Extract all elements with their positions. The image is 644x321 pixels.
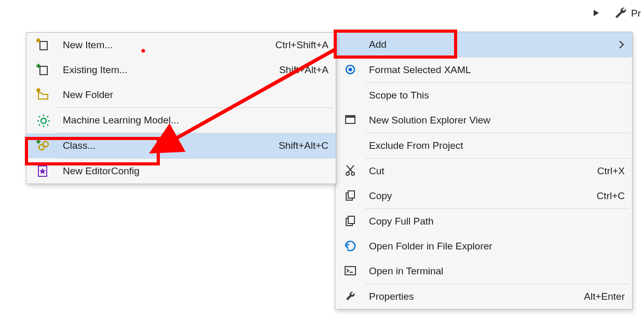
menu-item-open-folder[interactable]: Open Folder in File Explorer (335, 234, 632, 259)
menu-item-ml-model[interactable]: Machine Learning Model... (26, 108, 336, 133)
menu-item-shortcut: Ctrl+X (597, 165, 625, 177)
menu-item-label: Open in Terminal (369, 266, 625, 277)
toolbar-fragment-text: Pr (631, 8, 641, 19)
tri-right-icon (594, 10, 601, 17)
menu-item-label: Class... (63, 140, 263, 151)
menu-item-open-term[interactable]: Open in Terminal (335, 259, 632, 284)
menu-item-copy[interactable]: CopyCtrl+C (335, 184, 632, 208)
menu-item-existing-item[interactable]: Existing Item...Shift+Alt+A (26, 58, 336, 82)
copy-path-icon (342, 213, 359, 230)
menu-item-add[interactable]: Add (335, 32, 632, 57)
menu-item-label: Copy (369, 190, 581, 202)
blank-icon (342, 36, 359, 53)
context-menu-add-submenu: New Item...Ctrl+Shift+AExisting Item...S… (26, 32, 336, 184)
wrench-icon (614, 7, 628, 20)
menu-item-new-view[interactable]: New Solution Explorer View (335, 108, 632, 133)
menu-item-new-folder[interactable]: New Folder (26, 82, 336, 107)
menu-item-label: Machine Learning Model... (63, 115, 328, 126)
open-arrow-icon (342, 238, 359, 255)
new-folder-icon (35, 87, 51, 103)
blank-icon (342, 137, 359, 154)
wrench-icon (342, 288, 359, 305)
terminal-icon (342, 263, 359, 280)
menu-item-label: Scope to This (369, 90, 625, 101)
window-icon (342, 112, 359, 129)
target-icon (342, 62, 359, 78)
menu-item-label: Cut (369, 165, 582, 177)
copy-icon (342, 188, 359, 204)
menu-item-label: Add (369, 39, 612, 50)
new-item-icon (35, 37, 51, 53)
menu-item-label: Open Folder in File Explorer (369, 241, 625, 252)
existing-item-icon (35, 62, 51, 78)
menu-item-shortcut: Shift+Alt+C (279, 140, 328, 151)
menu-item-copy-path[interactable]: Copy Full Path (335, 209, 632, 234)
menu-item-properties[interactable]: PropertiesAlt+Enter (335, 284, 632, 309)
menu-item-shortcut: Alt+Enter (584, 291, 625, 302)
menu-item-label: Exclude From Project (369, 140, 625, 151)
menu-item-label: Properties (369, 291, 568, 302)
menu-item-label: Copy Full Path (369, 216, 625, 227)
class-icon (35, 137, 51, 154)
menu-item-cut[interactable]: CutCtrl+X (335, 159, 632, 184)
menu-item-label: New Item... (63, 39, 260, 51)
menu-item-exclude[interactable]: Exclude From Project (335, 133, 632, 158)
scissors-icon (342, 163, 359, 179)
gear-sparkle-icon (35, 112, 51, 129)
menu-item-format-xaml[interactable]: Format Selected XAML (335, 58, 632, 82)
menu-item-new-item[interactable]: New Item...Ctrl+Shift+A (26, 33, 336, 58)
menu-item-class[interactable]: Class...Shift+Alt+C (26, 133, 336, 158)
star-file-icon (35, 163, 51, 179)
menu-item-shortcut: Ctrl+Shift+A (276, 39, 328, 51)
menu-item-label: Existing Item... (63, 64, 264, 76)
menu-item-label: New EditorConfig (63, 165, 328, 177)
menu-item-scope[interactable]: Scope to This (335, 83, 632, 108)
menu-item-shortcut: Ctrl+C (597, 190, 625, 202)
menu-item-label: New Folder (63, 89, 328, 101)
context-menu-primary: AddFormat Selected XAMLScope to ThisNew … (335, 32, 633, 310)
chevron-right-icon (618, 41, 625, 48)
toolbar-row: Pr (594, 7, 641, 20)
menu-item-label: New Solution Explorer View (369, 115, 625, 126)
menu-item-label: Format Selected XAML (369, 64, 625, 76)
menu-item-shortcut: Shift+Alt+A (279, 64, 328, 76)
blank-icon (342, 87, 359, 104)
menu-item-editorconfig[interactable]: New EditorConfig (26, 159, 336, 184)
